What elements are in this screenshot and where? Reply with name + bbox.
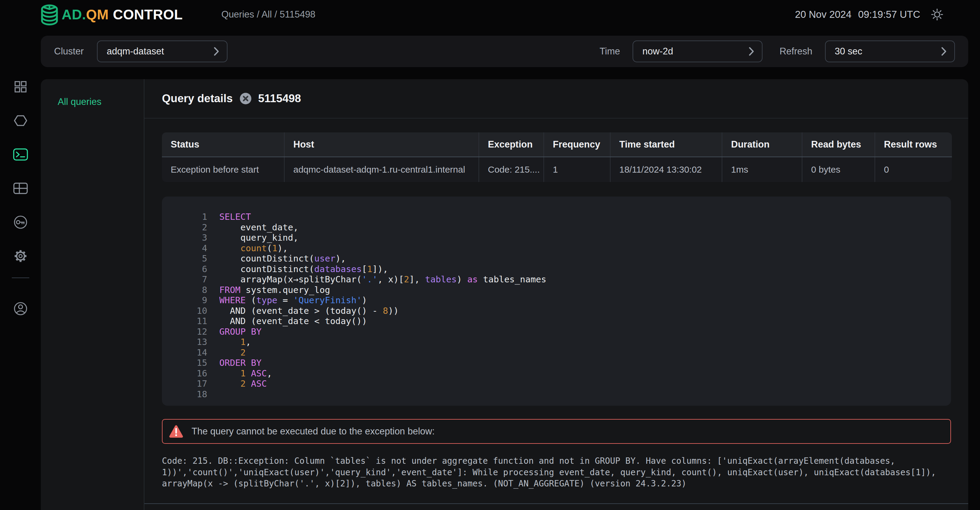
app-header: AD.QMCONTROL Queries / All / 5115498 20 … (0, 0, 980, 29)
warning-triangle-icon (169, 424, 184, 438)
filters-toolbar: Cluster adqm-dataset Time now-2d Refresh… (41, 36, 968, 67)
table-row[interactable]: Exception before startadqmc-dataset-adqm… (162, 157, 952, 182)
content-panel: All queries Query details 5115498 Status… (41, 79, 968, 510)
table-header-cell: Time started (611, 132, 722, 156)
logo-text: AD.QMCONTROL (62, 6, 183, 23)
code-line: 5 countDistinct(user), (162, 253, 951, 264)
line-number: 6 (162, 264, 207, 274)
chevron-right-icon (749, 47, 754, 56)
sun-icon[interactable] (931, 8, 944, 21)
toolbar-right: Time now-2d Refresh 30 sec (600, 40, 955, 62)
query-id: 5115498 (258, 92, 301, 105)
line-number: 9 (162, 295, 207, 306)
code-line: 12GROUP BY (162, 327, 951, 337)
code-line: 1SELECT (162, 212, 951, 222)
table-header-cell: Exception (479, 132, 544, 156)
gear-settings-icon[interactable] (13, 249, 28, 264)
line-number: 8 (162, 285, 207, 295)
line-number: 4 (162, 243, 207, 253)
line-number: 15 (162, 358, 207, 368)
sidebar (0, 29, 41, 510)
code-line: 15ORDER BY (162, 358, 951, 368)
close-icon[interactable] (240, 93, 251, 104)
table-cell: 1ms (722, 157, 802, 182)
logo[interactable]: AD.QMCONTROL (39, 4, 183, 26)
breadcrumb[interactable]: Queries / All / 5115498 (221, 9, 315, 20)
table-cell: 0 (875, 157, 952, 182)
time-range-value: now-2d (642, 46, 673, 57)
title-row: Query details 5115498 (145, 79, 968, 118)
code-line: 11 AND (event_date < today()) (162, 316, 951, 327)
header-right: 20 Nov 2024 09:19:57 UTC (795, 8, 968, 21)
table-cell: Code: 215.... (479, 157, 544, 182)
line-number: 2 (162, 222, 207, 233)
table-header-row: StatusHostExceptionFrequencyTime started… (162, 132, 952, 157)
line-number: 11 (162, 316, 207, 327)
code-line: 7 arrayMap(x→splitByChar('.', x)[2], tab… (162, 274, 951, 285)
code-line: 2 event_date, (162, 222, 951, 233)
line-number: 18 (162, 389, 207, 400)
line-number: 17 (162, 378, 207, 389)
table-cell: 18/11/2024 13:30:02 (611, 157, 722, 182)
dashboard-grid-icon[interactable] (13, 79, 28, 94)
time-label: Time (600, 46, 620, 57)
key-access-icon[interactable] (13, 215, 28, 230)
line-number: 1 (162, 212, 207, 222)
line-number: 5 (162, 253, 207, 264)
code-line: 10 AND (event_date > (today() - 8)) (162, 306, 951, 316)
line-number: 10 (162, 306, 207, 316)
table-icon[interactable] (13, 181, 28, 196)
cluster-label: Cluster (54, 46, 84, 57)
table-cell: adqmc-dataset-adqm-1.ru-central1.interna… (285, 157, 479, 182)
table-cell: 0 bytes (802, 157, 875, 182)
table-header-cell: Host (285, 132, 479, 156)
code-line: 6 countDistinct(databases[1]), (162, 264, 951, 274)
logo-icon (39, 4, 59, 26)
datetime-display: 20 Nov 2024 09:19:57 UTC (795, 9, 920, 20)
code-line: 17 2 ASC (162, 378, 951, 389)
terminal-queries-icon[interactable] (13, 147, 28, 162)
code-line: 16 1 ASC, (162, 368, 951, 379)
code-line: 8FROM system.query_log (162, 285, 951, 295)
table-cell: Exception before start (162, 157, 285, 182)
cluster-value: adqm-dataset (107, 46, 164, 57)
queries-nav: All queries (41, 79, 145, 510)
refresh-value: 30 sec (835, 46, 862, 57)
code-line: 9WHERE (type = 'QueryFinish') (162, 295, 951, 306)
refresh-select[interactable]: 30 sec (825, 40, 955, 62)
code-line: 14 2 (162, 347, 951, 358)
code-line: 3 query_kind, (162, 233, 951, 243)
line-number: 12 (162, 327, 207, 337)
moon-icon[interactable] (954, 8, 968, 21)
table-header-cell: Duration (722, 132, 802, 156)
code-line: 4 count(1), (162, 243, 951, 253)
cluster-select[interactable]: adqm-dataset (97, 40, 228, 62)
refresh-label: Refresh (780, 46, 812, 57)
time-label: 09:19:57 UTC (858, 9, 920, 20)
table-header-cell: Frequency (544, 132, 611, 156)
section-divider (145, 504, 968, 504)
page-title: Query details (162, 92, 232, 105)
line-number: 14 (162, 347, 207, 358)
sql-code: 1SELECT2 event_date,3 query_kind,4 count… (162, 212, 951, 399)
nav-all-queries[interactable]: All queries (58, 96, 102, 107)
chevron-right-icon (941, 47, 947, 56)
table-header-cell: Result rows (875, 132, 952, 156)
line-number: 7 (162, 274, 207, 285)
line-number: 13 (162, 337, 207, 347)
hexagon-node-icon[interactable] (13, 113, 28, 128)
line-number: 3 (162, 233, 207, 243)
sql-editor[interactable]: 1SELECT2 event_date,3 query_kind,4 count… (162, 196, 951, 406)
time-range-select[interactable]: now-2d (633, 40, 762, 62)
date-label: 20 Nov 2024 (795, 9, 851, 20)
chevron-right-icon (214, 47, 219, 56)
table-cell: 1 (544, 157, 611, 182)
alert-message: The query cannot be executed due to the … (191, 426, 435, 437)
code-line: 18 (162, 389, 951, 400)
user-account-icon[interactable] (13, 301, 28, 316)
exception-text: Code: 215. DB::Exception: Column `tables… (162, 455, 938, 489)
table-header-cell: Read bytes (802, 132, 875, 156)
code-line: 13 1, (162, 337, 951, 347)
table-header-cell: Status (162, 132, 285, 156)
query-summary-table: StatusHostExceptionFrequencyTime started… (162, 132, 952, 182)
